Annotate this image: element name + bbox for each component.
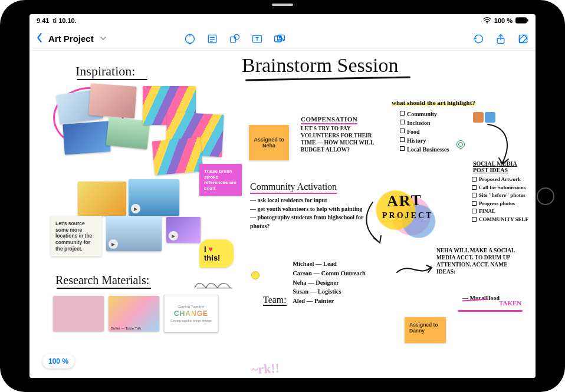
pen-tool-icon[interactable]: [183, 32, 196, 45]
team-member: Michael — Lead: [293, 259, 366, 269]
activation-line: — ask local residents for input: [250, 196, 368, 205]
screen: 9.41 ti 10.10. 100 % Art Project: [29, 14, 536, 378]
compensation-block: COMPENSATION LET'S TRY TO PAY VOLUNTEERS…: [301, 113, 383, 154]
sticky-note-brush[interactable]: These brush stroke references are cool!: [199, 164, 242, 196]
location-photo[interactable]: [78, 182, 126, 216]
svg-rect-2: [517, 18, 526, 22]
title-underline: [245, 77, 410, 81]
speech-bubble-love[interactable]: I ♥ this!: [199, 239, 234, 268]
location-photo[interactable]: ▶: [166, 217, 201, 243]
team-header: Team:: [263, 295, 287, 306]
research-header: Research Materials:: [55, 274, 149, 287]
team-member: Susan — Logistics: [293, 287, 366, 297]
list-item: Progress photos: [479, 200, 515, 208]
taken-label: TAKEN: [499, 299, 521, 307]
list-item: Call for Submissions: [479, 184, 525, 192]
list-item: Local Businesses: [407, 145, 449, 154]
card-sup: Coming Together: [178, 305, 205, 308]
team-block: Team: Michael — Lead Carson — Comm Outre…: [263, 258, 393, 306]
research-card[interactable]: [53, 296, 104, 331]
svg-rect-3: [527, 19, 528, 21]
team-member: Aled — Painter: [293, 297, 366, 306]
arrow-icon: [394, 261, 435, 281]
globe-sticker-icon: [456, 140, 465, 149]
highlight-question: what should the art highlight?: [392, 99, 475, 106]
location-photo[interactable]: ▶: [106, 216, 162, 251]
inspiration-underline: [77, 79, 147, 80]
list-item: Proposed Artwork: [479, 176, 521, 184]
research-card[interactable]: Buffet — Table Talk: [109, 296, 159, 331]
love-text: I ♥ this!: [204, 245, 229, 262]
art-logo-bottom: PROJECT: [382, 211, 433, 220]
sticky-note-locations[interactable]: Let's source some more locations in the …: [51, 216, 101, 256]
sticky-note-danny[interactable]: Assigned to Danny: [405, 317, 446, 343]
activation-line: — photography students from highschool f…: [250, 213, 368, 230]
tool-group-right: [472, 32, 530, 45]
board-title-chevron-icon[interactable]: [100, 35, 107, 43]
list-item: Community: [407, 110, 437, 118]
tool-group-center: [183, 32, 286, 45]
zoom-control[interactable]: 100 %: [42, 354, 74, 368]
status-date: ti 10.10.: [52, 17, 76, 24]
window-drag-handle: [272, 4, 293, 6]
activation-block: Community Activation — ask local residen…: [250, 182, 368, 230]
battery-text: 100 %: [494, 17, 513, 24]
play-icon: ▶: [109, 239, 118, 249]
board-title[interactable]: Art Project: [48, 34, 94, 44]
play-icon: ▶: [131, 204, 140, 213]
textbox-tool-icon[interactable]: [251, 32, 264, 45]
undo-icon[interactable]: [472, 32, 485, 45]
list-item: Inclusion: [407, 118, 430, 127]
wifi-icon: [483, 17, 491, 25]
social-list: Proposed Artwork Call for Submissions Si…: [472, 176, 536, 223]
card-sub: Coming together brings change: [167, 319, 215, 322]
activation-line: — get youth volunteers to help with pain…: [250, 205, 368, 214]
play-icon: ▶: [169, 231, 178, 241]
sticky-note-neha[interactable]: Assigned to Neha: [249, 125, 289, 160]
list-item: Site "before" photos: [479, 192, 525, 200]
share-icon[interactable]: [494, 32, 507, 45]
status-bar: 9.41 ti 10.10. 100 %: [29, 14, 536, 27]
svg-point-11: [280, 36, 281, 38]
pink-underline: [458, 310, 523, 312]
doodle-sketch: [192, 268, 238, 292]
compensation-body: LET'S TRY TO PAY VOLUNTEERS FOR THEIR TI…: [301, 126, 383, 154]
status-time: 9.41: [37, 17, 49, 24]
battery-icon: [515, 17, 528, 25]
toolbar: Art Project: [29, 27, 536, 51]
inspiration-photo[interactable]: [63, 121, 110, 154]
activation-header: Community Activation: [250, 182, 337, 194]
home-button[interactable]: [537, 187, 554, 205]
art-logo-top: ART: [386, 192, 422, 210]
inspiration-header: Inspiration:: [75, 64, 135, 79]
svg-point-0: [487, 22, 488, 24]
smiley-sticker-icon: [251, 271, 259, 279]
list-item: COMMUNITY SELF: [479, 216, 528, 224]
faint-handwriting: ~rk!!: [251, 361, 280, 377]
neha-social-note: NEHA WILL MAKE A SOCIAL MEDIA ACCT. TO D…: [436, 248, 525, 276]
social-header: SOCIAL MEDIA POST IDEAS: [473, 160, 526, 173]
back-button[interactable]: [35, 32, 44, 45]
inspiration-photo[interactable]: [152, 137, 203, 176]
research-card[interactable]: Coming Together CHANGE Coming together b…: [164, 295, 218, 332]
list-item: History: [407, 136, 426, 145]
arrow-icon: [361, 199, 387, 249]
card-title: CHANGE: [174, 309, 208, 318]
list-item: FINAL: [479, 207, 495, 216]
svg-rect-6: [231, 37, 236, 42]
fist-sticker-icon: [473, 112, 484, 123]
location-photo[interactable]: ▶: [129, 179, 179, 216]
compensation-header: COMPENSATION: [301, 116, 357, 124]
sticky-note-tool-icon[interactable]: [206, 32, 219, 45]
media-tool-icon[interactable]: [273, 32, 286, 45]
canvas-title: Brainstorm Session: [242, 54, 398, 77]
freeform-canvas[interactable]: Brainstorm Session Inspiration: These br…: [29, 51, 536, 378]
compose-icon[interactable]: [517, 32, 530, 45]
team-member: Carson — Comm Outreach: [293, 269, 366, 278]
card-caption: Buffet — Table Talk: [111, 327, 141, 330]
research-underline: [57, 288, 151, 289]
ipad-frame: 9.41 ti 10.10. 100 % Art Project: [0, 0, 565, 392]
shapes-tool-icon[interactable]: [228, 32, 241, 45]
inspiration-photo[interactable]: [88, 83, 137, 118]
team-member: Neha — Designer: [293, 278, 366, 288]
